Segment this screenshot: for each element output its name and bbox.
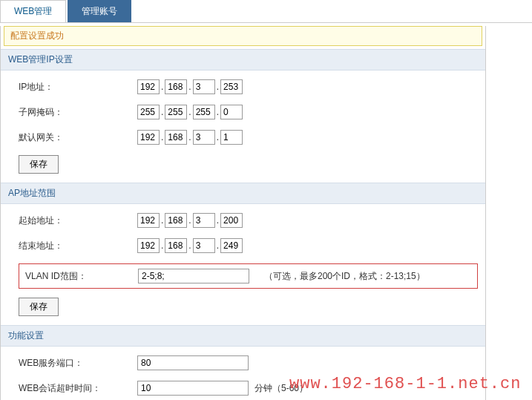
tab-web-manage[interactable]: WEB管理 bbox=[0, 0, 66, 22]
start-octet-3[interactable] bbox=[193, 213, 215, 228]
label-ip: IP地址： bbox=[19, 81, 137, 94]
gw-octet-2[interactable] bbox=[165, 130, 187, 145]
end-octet-3[interactable] bbox=[193, 238, 215, 253]
ip-octet-3[interactable] bbox=[193, 79, 215, 94]
ip-dot: . bbox=[187, 107, 192, 117]
start-addr-group: . . . bbox=[137, 213, 243, 228]
ip-dot: . bbox=[215, 240, 220, 251]
ip-dot: . bbox=[215, 132, 220, 142]
ip-dot: . bbox=[160, 215, 165, 226]
label-web-port: WEB服务端口： bbox=[19, 357, 137, 370]
end-octet-2[interactable] bbox=[165, 238, 187, 253]
ip-octet-2[interactable] bbox=[165, 79, 187, 94]
ip-dot: . bbox=[215, 107, 220, 117]
label-start-addr: 起始地址： bbox=[19, 214, 137, 227]
ip-octet-4[interactable] bbox=[220, 79, 243, 94]
section-header-ap-range: AP地址范围 bbox=[1, 183, 485, 204]
ip-dot: . bbox=[160, 82, 165, 92]
vlan-hint: （可选，最多200个ID，格式：2-13;15） bbox=[264, 270, 425, 283]
content-panel: 配置设置成功 WEB管理IP设置 IP地址： . . . 子网掩码： bbox=[0, 26, 486, 400]
ip-octet-1[interactable] bbox=[137, 79, 160, 94]
vlan-highlight-box: VLAN ID范围： （可选，最多200个ID，格式：2-13;15） bbox=[19, 263, 478, 289]
start-octet-2[interactable] bbox=[165, 213, 187, 228]
watermark-text: www.192-168-1-1.net.cn bbox=[289, 375, 521, 393]
ip-dot: . bbox=[187, 240, 192, 251]
tabs-bar: WEB管理 管理账号 bbox=[0, 0, 532, 23]
end-octet-1[interactable] bbox=[137, 238, 160, 253]
label-end-addr: 结束地址： bbox=[19, 240, 137, 252]
label-gateway: 默认网关： bbox=[19, 131, 137, 144]
success-message: 配置设置成功 bbox=[4, 26, 482, 46]
ip-dot: . bbox=[215, 82, 220, 92]
gw-octet-3[interactable] bbox=[193, 130, 215, 145]
section-header-web-ip: WEB管理IP设置 bbox=[1, 49, 485, 71]
section-header-function: 功能设置 bbox=[1, 325, 485, 347]
ip-dot: . bbox=[160, 107, 165, 117]
label-session-timeout: WEB会话超时时间： bbox=[19, 382, 137, 395]
start-octet-1[interactable] bbox=[137, 213, 160, 228]
session-timeout-input[interactable] bbox=[137, 381, 249, 396]
ip-dot: . bbox=[160, 132, 165, 142]
end-addr-group: . . . bbox=[137, 238, 243, 253]
mask-octet-4[interactable] bbox=[220, 105, 243, 119]
vlan-range-input[interactable] bbox=[138, 269, 249, 283]
label-vlan-range: VLAN ID范围： bbox=[25, 270, 138, 283]
web-port-input[interactable] bbox=[137, 355, 249, 370]
subnet-mask-group: . . . bbox=[137, 105, 243, 119]
start-octet-4[interactable] bbox=[220, 213, 243, 228]
gw-octet-1[interactable] bbox=[137, 130, 160, 145]
ip-dot: . bbox=[187, 132, 192, 142]
save-button-section1[interactable]: 保存 bbox=[19, 155, 59, 174]
label-mask: 子网掩码： bbox=[19, 106, 137, 119]
save-button-section2[interactable]: 保存 bbox=[19, 298, 59, 316]
ip-dot: . bbox=[187, 82, 192, 92]
mask-octet-2[interactable] bbox=[165, 105, 187, 119]
tab-account-manage[interactable]: 管理账号 bbox=[68, 0, 131, 22]
mask-octet-3[interactable] bbox=[193, 105, 215, 119]
ip-dot: . bbox=[187, 215, 192, 226]
gateway-group: . . . bbox=[137, 130, 243, 145]
gw-octet-4[interactable] bbox=[220, 130, 243, 145]
mask-octet-1[interactable] bbox=[137, 105, 160, 119]
end-octet-4[interactable] bbox=[220, 238, 243, 253]
ip-dot: . bbox=[215, 215, 220, 226]
ip-address-group: . . . bbox=[137, 79, 243, 94]
ip-dot: . bbox=[160, 240, 165, 251]
